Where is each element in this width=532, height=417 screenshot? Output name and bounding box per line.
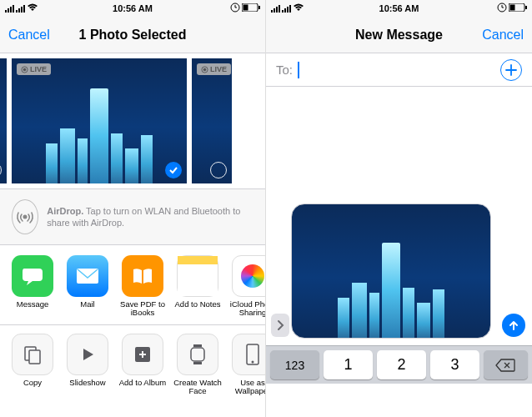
share-notes[interactable]: Add to Notes — [173, 255, 222, 318]
nav-bar: Cancel 1 Photo Selected — [0, 17, 265, 53]
add-contact-button[interactable] — [500, 59, 522, 81]
svg-point-17 — [252, 360, 254, 363]
svg-rect-13 — [193, 344, 202, 347]
photo-thumbnail-prev[interactable] — [0, 58, 7, 183]
share-message[interactable]: Message — [8, 255, 57, 318]
key-3[interactable]: 3 — [430, 350, 479, 379]
svg-rect-20 — [510, 5, 515, 11]
battery-icon — [242, 3, 260, 13]
action-wallpaper[interactable]: Use as Wallpaper — [228, 334, 265, 396]
status-bar: 10:56 AM — [266, 0, 532, 17]
status-bar: 10:56 AM — [0, 0, 265, 17]
selection-circle[interactable] — [210, 162, 227, 178]
message-icon — [12, 255, 53, 297]
to-field[interactable]: To: — [266, 53, 532, 87]
svg-rect-2 — [243, 5, 248, 11]
action-watch-face[interactable]: Create Watch Face — [173, 334, 222, 396]
key-2[interactable]: 2 — [377, 350, 426, 379]
airdrop-icon — [12, 199, 38, 234]
new-message-screen: 10:56 AM New Message Cancel To: — [266, 0, 532, 417]
action-add-album[interactable]: Add to Album — [118, 334, 167, 396]
mail-icon — [67, 255, 108, 297]
key-1[interactable]: 1 — [324, 350, 373, 379]
watch-icon — [177, 334, 218, 375]
expand-apps-button[interactable] — [271, 314, 289, 337]
key-mode[interactable]: 123 — [270, 350, 319, 379]
selection-check[interactable] — [165, 162, 182, 178]
cancel-button[interactable]: Cancel — [474, 17, 532, 53]
photo-strip[interactable]: LIVE LIVE — [0, 53, 265, 188]
signal-icon — [271, 5, 280, 13]
share-apps-row[interactable]: Message Mail Save PDF to iBooks Add to N… — [0, 245, 265, 325]
selection-circle[interactable] — [0, 162, 2, 178]
share-ibooks[interactable]: Save PDF to iBooks — [118, 255, 167, 318]
photos-icon — [232, 255, 265, 297]
signal-icon-2 — [282, 5, 291, 13]
svg-rect-21 — [525, 6, 527, 9]
svg-rect-14 — [193, 362, 202, 364]
signal-icon — [5, 5, 14, 13]
battery-icon — [509, 3, 527, 13]
share-icloud-photo[interactable]: iCloud Photo Sharing — [228, 255, 265, 318]
status-time: 10:56 AM — [113, 3, 153, 13]
live-badge: LIVE — [17, 63, 51, 75]
send-button[interactable] — [502, 314, 525, 337]
svg-point-8 — [23, 215, 28, 219]
share-mail[interactable]: Mail — [63, 255, 112, 318]
airdrop-row[interactable]: AirDrop. Tap to turn on WLAN and Bluetoo… — [0, 188, 265, 245]
svg-point-4 — [23, 68, 27, 71]
to-label: To: — [276, 63, 293, 77]
svg-rect-15 — [191, 348, 204, 361]
orientation-lock-icon — [497, 3, 507, 14]
photo-thumbnail-selected[interactable]: LIVE — [12, 58, 187, 183]
share-sheet-screen: 10:56 AM Cancel 1 Photo Selected LIVE — [0, 0, 266, 417]
svg-point-6 — [203, 68, 207, 71]
photo-thumbnail-next[interactable]: LIVE — [192, 58, 232, 183]
cancel-button[interactable]: Cancel — [0, 17, 58, 53]
action-slideshow[interactable]: Slideshow — [63, 334, 112, 396]
orientation-lock-icon — [230, 3, 240, 14]
nav-title: 1 Photo Selected — [79, 28, 187, 43]
nav-bar: New Message Cancel — [266, 17, 532, 53]
phone-icon — [232, 334, 265, 375]
ibooks-icon — [122, 255, 163, 297]
airdrop-text: AirDrop. Tap to turn on WLAN and Bluetoo… — [47, 205, 253, 229]
wifi-icon — [27, 3, 38, 14]
play-icon — [67, 334, 108, 375]
keyboard-row: 123 1 2 3 — [266, 345, 532, 384]
photo-attachment[interactable] — [291, 203, 491, 339]
share-actions-row[interactable]: Copy Slideshow Add to Album Create Watch… — [0, 325, 265, 404]
signal-icon-2 — [16, 5, 25, 13]
compose-body[interactable] — [266, 87, 532, 345]
key-backspace[interactable] — [484, 350, 528, 379]
live-badge: LIVE — [197, 63, 231, 75]
copy-icon — [12, 334, 53, 375]
status-time: 10:56 AM — [379, 3, 419, 13]
wifi-icon — [293, 3, 304, 14]
svg-rect-11 — [29, 350, 40, 364]
notes-icon — [177, 255, 218, 297]
text-cursor — [298, 62, 299, 78]
nav-title: New Message — [355, 28, 443, 43]
add-album-icon — [122, 334, 163, 375]
action-copy[interactable]: Copy — [8, 334, 57, 396]
svg-rect-3 — [258, 6, 260, 9]
